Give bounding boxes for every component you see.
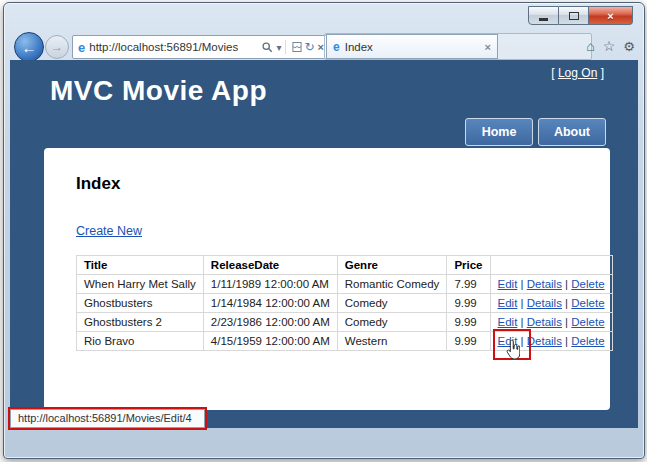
table-row: Rio Bravo 4/15/1959 12:00:00 AM Western … — [77, 332, 613, 351]
details-link[interactable]: Details — [527, 297, 562, 309]
movies-table: Title ReleaseDate Genre Price When Harry… — [76, 255, 613, 351]
create-new-link[interactable]: Create New — [76, 224, 142, 238]
refresh-icon[interactable]: ↻ — [305, 40, 315, 54]
table-row: Ghostbusters 2 2/23/1986 12:00:00 AM Com… — [77, 313, 613, 332]
cell-genre: Comedy — [337, 313, 447, 332]
delete-link[interactable]: Delete — [571, 335, 604, 347]
address-url: http://localhost:56891/Movies — [89, 41, 259, 53]
main-menu: Home About — [465, 118, 606, 146]
minimize-icon — [539, 18, 548, 21]
cell-releasedate: 4/15/1959 12:00:00 AM — [203, 332, 337, 351]
forward-arrow-icon: → — [51, 40, 63, 54]
action-separator: | — [565, 316, 568, 328]
header-releasedate: ReleaseDate — [203, 256, 337, 275]
action-separator: | — [565, 297, 568, 309]
details-link[interactable]: Details — [527, 316, 562, 328]
page-viewport: [ Log On ] MVC Movie App Home About Inde… — [10, 60, 638, 428]
logon-link[interactable]: Log On — [558, 66, 597, 80]
cell-releasedate: 1/14/1984 12:00:00 AM — [203, 294, 337, 313]
cell-genre: Western — [337, 332, 447, 351]
search-dropdown-caret-icon[interactable]: ▾ — [276, 42, 281, 53]
table-row: Ghostbusters 1/14/1984 12:00:00 AM Comed… — [77, 294, 613, 313]
browser-window: × ← → e http://localhost:56891/Movies ▾ … — [3, 2, 645, 459]
cell-title: When Harry Met Sally — [77, 275, 204, 294]
status-bar: http://localhost:56891/Movies/Edit/4 — [10, 409, 205, 428]
edit-link[interactable]: Edit — [498, 316, 518, 328]
browser-toolbar: ⌂ ☆ ⚙ — [586, 35, 635, 57]
table-header-row: Title ReleaseDate Genre Price — [77, 256, 613, 275]
content-panel: Index Create New Title ReleaseDate Genre… — [44, 148, 610, 410]
action-separator: | — [521, 278, 524, 290]
delete-link[interactable]: Delete — [571, 278, 604, 290]
action-separator: | — [521, 316, 524, 328]
cell-releasedate: 1/11/1989 12:00:00 AM — [203, 275, 337, 294]
tab-index[interactable]: e Index × — [326, 34, 498, 59]
tab-favicon-icon: e — [333, 40, 340, 54]
action-separator: | — [565, 335, 568, 347]
search-icon[interactable] — [262, 42, 273, 53]
edit-link[interactable]: Edit — [498, 278, 518, 290]
header-price: Price — [447, 256, 490, 275]
cell-genre: Comedy — [337, 294, 447, 313]
action-separator: | — [565, 278, 568, 290]
cell-releasedate: 2/23/1986 12:00:00 AM — [203, 313, 337, 332]
back-arrow-icon: ← — [22, 39, 37, 56]
details-link[interactable]: Details — [527, 335, 562, 347]
ie-logo-icon: e — [78, 40, 85, 55]
close-icon: × — [607, 10, 613, 22]
hand-cursor-icon — [505, 340, 520, 359]
cell-actions: Edit | Details | Delete — [490, 294, 612, 313]
header-genre: Genre — [337, 256, 447, 275]
menu-about-button[interactable]: About — [538, 118, 606, 146]
cell-genre: Romantic Comedy — [337, 275, 447, 294]
action-separator: | — [521, 335, 524, 347]
page-heading: Index — [76, 174, 610, 194]
cell-title: Ghostbusters — [77, 294, 204, 313]
cell-actions: Edit | Details | Delete — [490, 313, 612, 332]
menu-home-button[interactable]: Home — [465, 118, 533, 146]
details-link[interactable]: Details — [527, 278, 562, 290]
action-separator: | — [521, 297, 524, 309]
address-divider — [285, 40, 286, 54]
header-title: Title — [77, 256, 204, 275]
settings-gear-icon[interactable]: ⚙ — [623, 39, 635, 54]
cell-title: Ghostbusters 2 — [77, 313, 204, 332]
logon-bracket-open: [ — [551, 66, 554, 80]
table-row: When Harry Met Sally 1/11/1989 12:00:00 … — [77, 275, 613, 294]
window-controls: × — [528, 6, 633, 25]
logon-area: [ Log On ] — [551, 66, 604, 80]
cell-price: 9.99 — [447, 313, 490, 332]
cell-price: 9.99 — [447, 294, 490, 313]
cell-price: 9.99 — [447, 332, 490, 351]
edit-link[interactable]: Edit — [498, 297, 518, 309]
status-highlight-box: http://localhost:56891/Movies/Edit/4 — [8, 407, 207, 430]
maximize-button[interactable] — [559, 6, 589, 25]
cell-price: 7.99 — [447, 275, 490, 294]
logon-bracket-close: ] — [601, 66, 604, 80]
close-button[interactable]: × — [589, 6, 633, 25]
back-button[interactable]: ← — [14, 32, 44, 62]
favorites-star-icon[interactable]: ☆ — [603, 38, 616, 54]
delete-link[interactable]: Delete — [571, 316, 604, 328]
address-bar[interactable]: e http://localhost:56891/Movies ▾ ↻ × — [72, 35, 328, 59]
header-actions — [490, 256, 612, 275]
maximize-icon — [569, 12, 579, 20]
delete-link[interactable]: Delete — [571, 297, 604, 309]
minimize-button[interactable] — [528, 6, 559, 25]
tab-close-icon[interactable]: × — [485, 41, 491, 53]
cell-actions: Edit | Details | Delete — [490, 332, 612, 351]
compatibility-view-icon[interactable] — [292, 41, 302, 53]
cell-title: Rio Bravo — [77, 332, 204, 351]
cell-actions: Edit | Details | Delete — [490, 275, 612, 294]
site-title: MVC Movie App — [50, 75, 267, 107]
forward-button[interactable]: → — [45, 35, 69, 59]
tab-title: Index — [345, 41, 373, 53]
home-icon[interactable]: ⌂ — [586, 38, 594, 54]
